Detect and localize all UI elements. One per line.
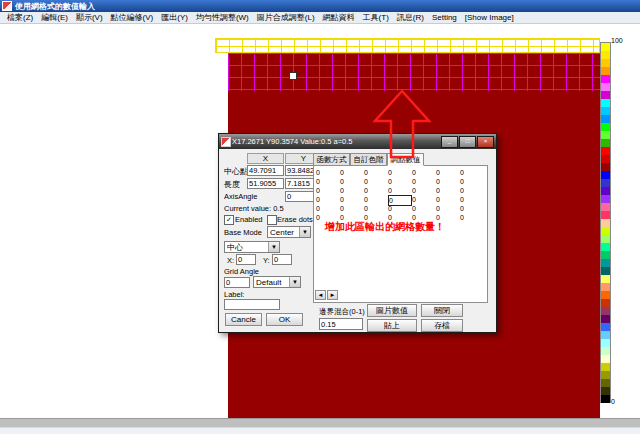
image-values-button[interactable]: 圖片數值 (367, 304, 417, 317)
palette-color-11[interactable] (601, 131, 610, 139)
grid-cell-r2c2[interactable]: 0 (364, 186, 386, 195)
palette-color-6[interactable] (601, 91, 610, 99)
palette-color-37[interactable] (601, 339, 610, 347)
menu-item-6[interactable]: 圖片合成調整(L) (253, 12, 319, 23)
menu-item-4[interactable]: 匯出(Y) (157, 12, 192, 23)
palette-color-20[interactable] (601, 203, 610, 211)
erase-dots-checkbox[interactable] (267, 215, 277, 225)
palette-color-26[interactable] (601, 251, 610, 259)
palette-color-33[interactable] (601, 307, 610, 315)
palette-color-3[interactable] (601, 67, 610, 75)
maximize-button[interactable]: □ (459, 136, 476, 148)
palette-color-25[interactable] (601, 243, 610, 251)
palette-color-15[interactable] (601, 163, 610, 171)
grid-cell-r1c2[interactable]: 0 (364, 177, 386, 186)
grid-cell-r3c6[interactable]: 0 (460, 195, 482, 204)
grid-cell-r3c2[interactable]: 0 (364, 195, 386, 204)
palette-color-28[interactable] (601, 267, 610, 275)
palette-color-43[interactable] (601, 387, 610, 395)
grid-cell-r2c4[interactable]: 0 (412, 186, 434, 195)
tab-0[interactable]: 函數方式 (313, 153, 350, 166)
palette-color-9[interactable] (601, 115, 610, 123)
palette-color-21[interactable] (601, 211, 610, 219)
palette-color-41[interactable] (601, 371, 610, 379)
grid-cell-r1c5[interactable]: 0 (436, 177, 458, 186)
menu-item-5[interactable]: 均勻性調整(W) (192, 12, 253, 23)
menu-item-2[interactable]: 顯示(V) (72, 12, 107, 23)
grid-cell-r2c1[interactable]: 0 (340, 186, 362, 195)
palette-color-42[interactable] (601, 379, 610, 387)
palette-color-16[interactable] (601, 171, 610, 179)
menu-item-1[interactable]: 編輯(E) (37, 12, 72, 23)
palette-color-40[interactable] (601, 363, 610, 371)
grid-cell-r0c2[interactable]: 0 (364, 168, 386, 177)
enabled-checkbox[interactable]: ✓ (224, 215, 234, 225)
grid-cell-r1c1[interactable]: 0 (340, 177, 362, 186)
palette-color-7[interactable] (601, 99, 610, 107)
menu-item-11[interactable]: [Show Image] (461, 13, 518, 22)
grid-cell-r4c0[interactable]: 0 (316, 204, 338, 213)
base-mode-select[interactable]: Center ▼ (267, 226, 311, 238)
grid-angle-input[interactable] (224, 277, 250, 288)
palette-color-31[interactable] (601, 291, 610, 299)
grid-cell-r4c2[interactable]: 0 (364, 204, 386, 213)
ok-button[interactable]: OK (266, 313, 303, 326)
palette-color-12[interactable] (601, 139, 610, 147)
menu-item-0[interactable]: 檔案(Z) (3, 12, 37, 23)
palette-color-22[interactable] (601, 219, 610, 227)
tab-2[interactable]: 調點數值 (387, 153, 424, 166)
palette-color-14[interactable] (601, 155, 610, 163)
center-x-input[interactable] (247, 165, 284, 176)
palette-color-13[interactable] (601, 147, 610, 155)
grid-selection-handle[interactable] (289, 72, 297, 80)
palette-color-38[interactable] (601, 347, 610, 355)
grid-cell-r0c3[interactable]: 0 (388, 168, 410, 177)
grid-cell-r0c6[interactable]: 0 (460, 168, 482, 177)
palette-color-19[interactable] (601, 195, 610, 203)
grid-cell-r3c1[interactable]: 0 (340, 195, 362, 204)
grid-cell-r3c0[interactable]: 0 (316, 195, 338, 204)
grid-cell-r2c3[interactable]: 0 (388, 186, 410, 195)
menu-item-8[interactable]: 工具(T) (359, 12, 393, 23)
grid-cell-r2c5[interactable]: 0 (436, 186, 458, 195)
grid-cell-r5c6[interactable]: 0 (460, 213, 482, 222)
grid-cell-r1c3[interactable]: 0 (388, 177, 410, 186)
grid-cell-r3c4[interactable]: 0 (412, 195, 434, 204)
grid-cell-r2c6[interactable]: 0 (460, 186, 482, 195)
palette-color-4[interactable] (601, 75, 610, 83)
palette-color-34[interactable] (601, 315, 610, 323)
label-input[interactable] (224, 299, 280, 310)
palette-color-0[interactable] (601, 43, 610, 51)
grid-cell-r4c4[interactable]: 0 (412, 204, 434, 213)
palette-color-30[interactable] (601, 283, 610, 291)
grid-cell-r0c1[interactable]: 0 (340, 168, 362, 177)
palette-color-18[interactable] (601, 187, 610, 195)
palette-color-35[interactable] (601, 323, 610, 331)
palette-color-23[interactable] (601, 227, 610, 235)
menu-item-3[interactable]: 點位編修(V) (107, 12, 158, 23)
menu-item-10[interactable]: Setting (428, 13, 461, 22)
scroll-right-icon[interactable]: ► (327, 290, 338, 300)
dialog-titlebar[interactable]: X17.2671 Y90.3574 Value:0.5 a=0.5 _ □ × (219, 134, 496, 149)
palette-color-24[interactable] (601, 235, 610, 243)
palette-color-32[interactable] (601, 299, 610, 307)
anchor-select[interactable]: 中心 ▼ (224, 241, 280, 253)
palette-color-44[interactable] (601, 395, 610, 403)
tab-1[interactable]: 自訂色階 (350, 153, 387, 166)
cancel-button[interactable]: Cancle (225, 313, 262, 326)
palette-color-1[interactable] (601, 51, 610, 59)
minimize-button[interactable]: _ (441, 136, 458, 148)
grid-cell-r4c5[interactable]: 0 (436, 204, 458, 213)
palette-color-10[interactable] (601, 123, 610, 131)
grid-cell-r0c5[interactable]: 0 (436, 168, 458, 177)
grid-cell-r4c3[interactable]: 0 (388, 204, 410, 213)
paste-button[interactable]: 貼上 (367, 319, 417, 332)
palette-color-29[interactable] (601, 275, 610, 283)
close-dialog-button[interactable]: 關閉 (421, 304, 463, 317)
palette-color-8[interactable] (601, 107, 610, 115)
palette-color-5[interactable] (601, 83, 610, 91)
grid-cell-r0c0[interactable]: 0 (316, 168, 338, 177)
scroll-left-icon[interactable]: ◄ (315, 290, 326, 300)
grid-cell-r1c4[interactable]: 0 (412, 177, 434, 186)
grid-cell-r3c5[interactable]: 0 (436, 195, 458, 204)
